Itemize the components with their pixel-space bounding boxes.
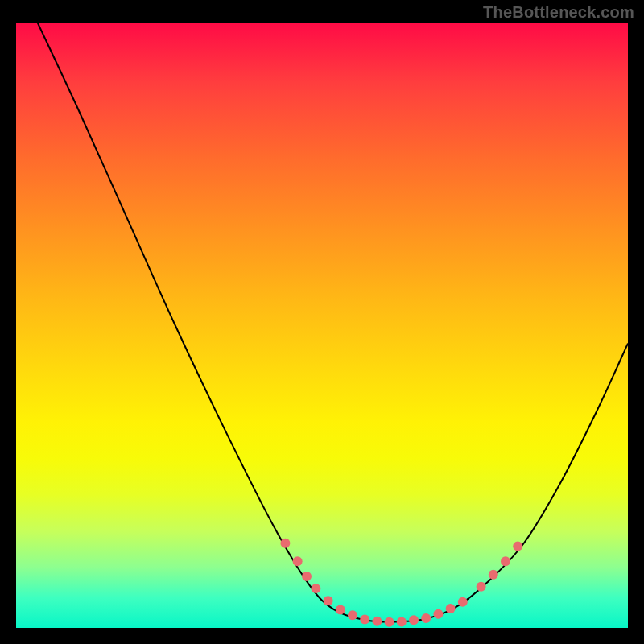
data-point bbox=[446, 604, 456, 613]
data-point bbox=[302, 572, 312, 581]
data-point bbox=[385, 617, 394, 627]
data-point bbox=[293, 556, 303, 566]
plot-area bbox=[16, 23, 628, 628]
data-point bbox=[372, 617, 382, 626]
data-point bbox=[489, 570, 498, 580]
data-point bbox=[360, 614, 369, 624]
data-point bbox=[336, 605, 345, 614]
data-point bbox=[458, 597, 468, 607]
data-point bbox=[421, 613, 431, 623]
chart-svg bbox=[16, 23, 628, 628]
data-point bbox=[477, 582, 486, 592]
data-point bbox=[501, 556, 510, 566]
data-point bbox=[348, 610, 357, 620]
data-point bbox=[324, 596, 333, 605]
bottleneck-curve bbox=[38, 23, 628, 622]
data-point bbox=[433, 609, 443, 619]
chart-frame: TheBottleneck.com bbox=[0, 0, 644, 644]
data-point bbox=[513, 541, 522, 551]
watermark-text: TheBottleneck.com bbox=[483, 3, 634, 22]
data-point bbox=[311, 584, 320, 593]
data-point bbox=[409, 615, 419, 625]
data-point bbox=[280, 539, 290, 548]
data-point bbox=[397, 617, 407, 626]
